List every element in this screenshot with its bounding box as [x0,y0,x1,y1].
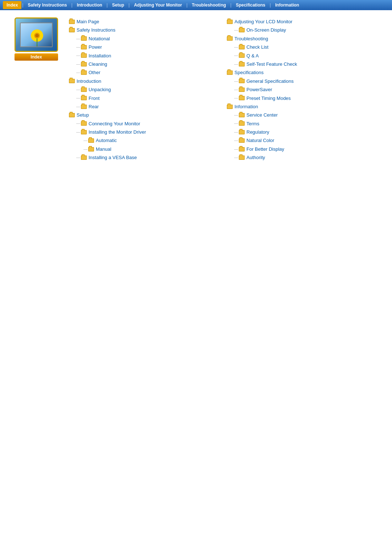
tree-link[interactable]: Setup [77,111,89,119]
tree-connector: — [234,52,238,59]
tree-item[interactable]: —Installation [69,52,227,60]
folder-icon [88,138,94,143]
tree-item[interactable]: —Notational [69,35,227,43]
tree-connector: — [234,129,238,136]
tree-link[interactable]: Regulatory [246,128,269,136]
tree-link[interactable]: Natural Color [246,136,274,145]
tree-link[interactable]: Cleaning [89,60,107,68]
tree-link[interactable]: Main Page [77,17,99,26]
content-trees: Main PageSafety Instructions—Notational—… [65,17,385,162]
folder-icon [239,53,245,58]
tree-item[interactable]: —Cleaning [69,60,227,68]
tree-link[interactable]: Front [89,94,99,102]
nav-item-specifications[interactable]: Specifications [232,3,269,8]
tree-item[interactable]: —For Better Display [227,145,385,153]
nav-item-setup[interactable]: Setup [109,3,128,8]
tree-link[interactable]: Information [234,102,258,111]
main-content: Index Main PageSafety Instructions—Notat… [0,10,392,169]
nav-item-troubleshooting[interactable]: Troubleshooting [188,3,230,8]
tree-item[interactable]: —Q & A [227,52,385,60]
tree-link[interactable]: Unpacking [89,85,111,94]
tree-connector: — [83,137,87,144]
tree-link[interactable]: Power [89,43,102,51]
tree-item[interactable]: —Check List [227,43,385,51]
tree-item[interactable]: Introduction [69,77,227,85]
folder-icon [239,62,245,66]
tree-link[interactable]: Troubleshooting [234,35,268,43]
tree-link[interactable]: Introduction [77,77,101,85]
tree-item[interactable]: —Service Center [227,111,385,119]
svg-point-10 [35,34,39,37]
tree-item[interactable]: Information [227,102,385,111]
folder-icon [239,45,245,49]
tree-item[interactable]: —Unpacking [69,85,227,94]
tree-item[interactable]: —Front [69,94,227,102]
folder-icon [81,130,87,134]
tree-link[interactable]: Q & A [246,52,259,60]
tree-link[interactable]: Automatic [96,136,117,145]
tree-connector: — [76,35,80,42]
nav-item-introduction[interactable]: Introduction [73,3,106,8]
tree-link[interactable]: Authority [246,153,265,162]
tree-item[interactable]: —Power [69,43,227,51]
tree-item[interactable]: Setup [69,111,227,119]
tree-link[interactable]: Other [89,68,101,77]
folder-icon [239,113,245,117]
tree-link[interactable]: Safety Instructions [77,26,115,34]
tree-link[interactable]: Check List [246,43,269,51]
tree-link[interactable]: Terms [246,119,259,128]
tree-item[interactable]: —Automatic [69,136,227,145]
tree-link[interactable]: Rear [89,102,99,111]
folder-icon [239,147,245,151]
tree-item[interactable]: Adjusting Your LCD Monitor [227,17,385,26]
tree-item[interactable]: —Manual [69,145,227,153]
tree-item[interactable]: Troubleshooting [227,35,385,43]
tree-link[interactable]: For Better Display [246,145,284,153]
nav-separator: | [106,3,109,8]
nav-separator: | [185,3,188,8]
tree-link[interactable]: On-Screen Display [246,26,286,34]
tree-item[interactable]: —Connecting Your Monitor [69,119,227,128]
tree-item[interactable]: —Installing the Monitor Driver [69,128,227,136]
nav-item-index[interactable]: Index [3,1,21,9]
tree-item[interactable]: —PowerSaver [227,85,385,94]
tree-item[interactable]: —On-Screen Display [227,26,385,34]
tree-link[interactable]: Specifications [234,68,264,77]
tree-connector: — [234,94,238,102]
tree-item[interactable]: —Regulatory [227,128,385,136]
tree-link[interactable]: Installing a VESA Base [89,153,137,162]
tree-item[interactable]: —Natural Color [227,136,385,145]
navbar: Index|Safety Instructions|Introduction|S… [0,0,392,10]
tree-item[interactable]: —Other [69,68,227,77]
right-tree: Adjusting Your LCD Monitor—On-Screen Dis… [227,17,385,162]
tree-item[interactable]: —Terms [227,119,385,128]
folder-icon [69,113,75,117]
tree-item[interactable]: —Authority [227,153,385,162]
tree-link[interactable]: Installation [89,52,111,60]
folder-icon [88,147,94,151]
nav-item-information[interactable]: Information [271,3,303,8]
tree-item[interactable]: Safety Instructions [69,26,227,34]
nav-item-adjusting-your-monitor[interactable]: Adjusting Your Monitor [130,3,185,8]
tree-link[interactable]: Manual [96,145,111,153]
tree-link[interactable]: General Specifications [246,77,294,85]
tree-item[interactable]: —General Specifications [227,77,385,85]
tree-link[interactable]: Notational [89,35,110,43]
tree-item[interactable]: —Rear [69,102,227,111]
tree-link[interactable]: Installing the Monitor Driver [89,128,146,136]
tree-link[interactable]: PowerSaver [246,85,272,94]
tree-item[interactable]: —Installing a VESA Base [69,153,227,162]
tree-connector: — [76,154,80,161]
tree-item[interactable]: Main Page [69,17,227,26]
monitor-image [15,17,58,52]
nav-item-safety-instructions[interactable]: Safety Instructions [24,3,70,8]
tree-link[interactable]: Preset Timing Modes [246,94,291,102]
tree-connector: — [83,146,87,153]
tree-link[interactable]: Service Center [246,111,278,119]
tree-item[interactable]: —Self-Test Feature Check [227,60,385,68]
tree-item[interactable]: —Preset Timing Modes [227,94,385,102]
tree-link[interactable]: Self-Test Feature Check [246,60,297,68]
tree-item[interactable]: Specifications [227,68,385,77]
tree-link[interactable]: Connecting Your Monitor [89,119,140,128]
tree-link[interactable]: Adjusting Your LCD Monitor [234,17,293,26]
